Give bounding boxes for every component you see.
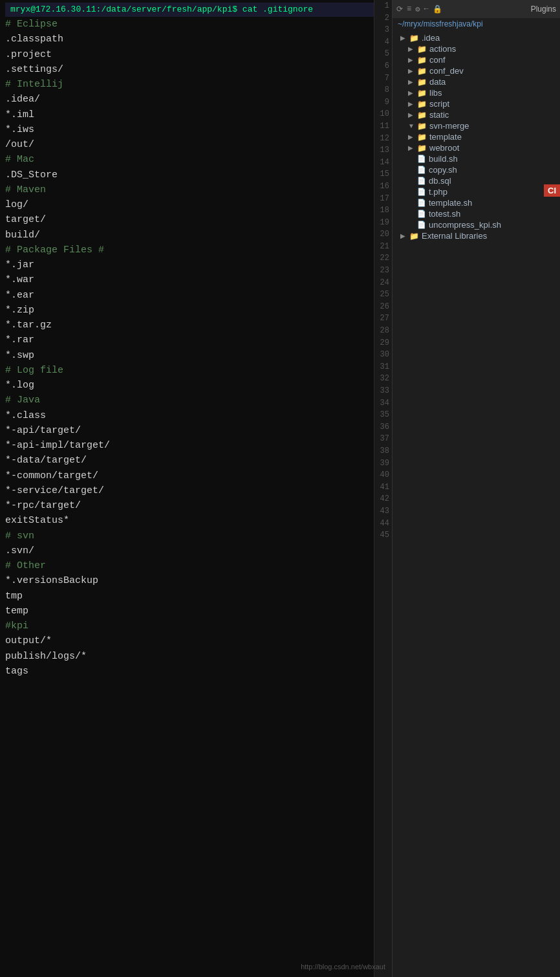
line-number: 31 <box>374 361 389 373</box>
tree-item[interactable]: 📄t.php <box>393 186 560 197</box>
tree-item[interactable]: ▶📁actions <box>393 43 560 54</box>
ide-panel: ⟳ ≡ ⚙ ← 🔒 Plugins ~/mryx/missfreshjava/k… <box>392 0 560 977</box>
tree-arrow-icon: ▶ <box>408 56 415 63</box>
tree-arrow-icon: ▶ <box>408 89 415 96</box>
tree-item-label: conf <box>429 55 446 65</box>
tree-item[interactable]: 📄db.sql <box>393 175 560 186</box>
tree-item[interactable]: ▶📁static <box>393 109 560 120</box>
line-number: 30 <box>374 349 389 361</box>
ci-badge: CI <box>544 184 560 197</box>
line-number: 42 <box>374 493 389 505</box>
line-number: 4 <box>374 36 389 49</box>
tree-item-label: template <box>429 132 462 142</box>
file-icon: 📄 <box>417 177 426 185</box>
tree-item-label: uncompress_kpi.sh <box>429 220 501 230</box>
tree-item[interactable]: 📄totest.sh <box>393 208 560 219</box>
tree-item[interactable]: ▶📁libs <box>393 87 560 98</box>
line-number: 27 <box>374 313 389 325</box>
folder-icon: 📁 <box>409 34 419 43</box>
folder-icon: 📁 <box>417 144 427 153</box>
line-number: 17 <box>374 193 389 205</box>
line-number: 26 <box>374 301 389 313</box>
tree-item-label: conf_dev <box>429 66 464 76</box>
file-icon: 📄 <box>417 188 426 196</box>
line-number: 35 <box>374 409 389 421</box>
tree-item[interactable]: ▶📁webroot <box>393 142 560 153</box>
tree-item-label: svn-merge <box>429 121 469 131</box>
line-number: 2 <box>374 12 389 25</box>
line-number: 10 <box>374 108 389 120</box>
line-number: 38 <box>374 445 389 457</box>
tree-item-label: template.sh <box>429 198 472 208</box>
line-number: 44 <box>374 518 389 530</box>
line-number: 14 <box>374 157 389 169</box>
line-number: 16 <box>374 181 389 193</box>
line-number: 13 <box>374 144 389 157</box>
tree-item[interactable]: ▼📁svn-merge <box>393 120 560 131</box>
line-number: 7 <box>374 72 389 85</box>
ide-root-path: ~/mryx/missfreshjava/kpi <box>393 18 560 30</box>
line-number: 37 <box>374 433 389 445</box>
line-number: 28 <box>374 325 389 337</box>
line-numbers: 1234567891011121314151617181920212223242… <box>374 0 392 977</box>
line-number: 21 <box>374 241 389 253</box>
tree-item[interactable]: ▶📁script <box>393 98 560 109</box>
tree-item-label: static <box>429 110 449 120</box>
folder-icon: 📁 <box>417 100 427 109</box>
ide-toolbar: ⟳ ≡ ⚙ ← 🔒 Plugins <box>393 0 560 18</box>
tree-item-label: data <box>429 77 446 87</box>
folder-icon: 📁 <box>417 56 427 65</box>
tree-item-label: .idea <box>422 33 440 43</box>
tree-arrow-icon: ▶ <box>408 78 415 85</box>
tree-item[interactable]: ▶📁template <box>393 131 560 142</box>
line-number: 3 <box>374 24 389 36</box>
tree-item-label: t.php <box>429 187 447 197</box>
tree-item-label: copy.sh <box>429 165 457 175</box>
tree-item-label: libs <box>429 88 442 98</box>
folder-icon: 📁 <box>417 89 427 98</box>
folder-icon: 📁 <box>417 78 427 87</box>
folder-icon: 📁 <box>409 232 419 241</box>
line-number: 43 <box>374 505 389 518</box>
tree-item-label: External Libraries <box>422 231 487 241</box>
file-icon: 📄 <box>417 166 426 174</box>
line-number: 19 <box>374 217 389 229</box>
tree-arrow-icon: ▶ <box>408 144 415 151</box>
toolbar-icon-2: ≡ <box>407 5 411 14</box>
tree-arrow-icon: ▶ <box>408 67 415 74</box>
line-number: 6 <box>374 60 389 72</box>
tree-arrow-icon: ▶ <box>408 45 415 52</box>
line-number: 9 <box>374 96 389 109</box>
file-icon: 📄 <box>417 155 426 163</box>
tree-item[interactable]: ▶📁External Libraries <box>393 230 560 241</box>
tree-item-label: actions <box>429 44 456 54</box>
folder-icon: 📁 <box>417 122 427 131</box>
tree-item-label: script <box>429 99 449 109</box>
tree-arrow-icon: ▶ <box>400 232 407 239</box>
tree-item[interactable]: ▶📁data <box>393 76 560 87</box>
line-number: 8 <box>374 84 389 96</box>
ide-file-tree[interactable]: ▶📁.idea▶📁actions▶📁conf▶📁conf_dev▶📁data▶📁… <box>393 30 560 244</box>
folder-icon: 📁 <box>417 111 427 120</box>
tree-arrow-icon: ▼ <box>408 122 415 129</box>
tree-item[interactable]: ▶📁.idea <box>393 32 560 43</box>
line-number: 23 <box>374 265 389 277</box>
line-number: 40 <box>374 469 389 481</box>
tree-item[interactable]: 📄build.sh <box>393 153 560 164</box>
tree-arrow-icon: ▶ <box>400 34 407 41</box>
toolbar-icon-4: ← <box>424 5 428 14</box>
tree-item-label: totest.sh <box>429 209 460 219</box>
tree-item-label: webroot <box>429 143 459 153</box>
tree-item-label: db.sql <box>429 176 451 186</box>
tree-item[interactable]: ▶📁conf_dev <box>393 65 560 76</box>
tree-item[interactable]: 📄uncompress_kpi.sh <box>393 219 560 230</box>
file-icon: 📄 <box>417 210 426 218</box>
line-number: 36 <box>374 421 389 434</box>
line-number: 24 <box>374 277 389 289</box>
line-number: 20 <box>374 228 389 241</box>
tree-item[interactable]: ▶📁conf <box>393 54 560 65</box>
tree-item[interactable]: 📄template.sh <box>393 197 560 208</box>
line-number: 15 <box>374 168 389 181</box>
tree-item[interactable]: 📄copy.sh <box>393 164 560 175</box>
line-number: 29 <box>374 337 389 349</box>
